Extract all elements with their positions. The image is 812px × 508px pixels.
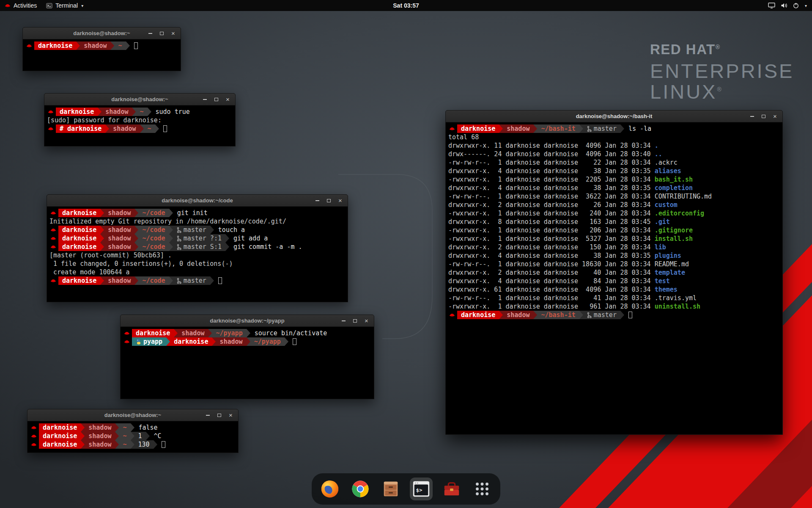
prompt-segment-host: shadow xyxy=(104,243,134,251)
ls-fields: drwxrwxr-x. 4 darknoise darknoise 84 Jan… xyxy=(448,277,655,285)
prompt-segment-host: shadow xyxy=(216,337,246,346)
ls-filename: themes xyxy=(655,286,678,293)
titlebar[interactable]: darknoise@shadow:~/code× xyxy=(47,195,348,207)
terminal-window-term-3[interactable]: darknoise@shadow:~/code×darknoiseshadow~… xyxy=(47,194,348,302)
command-text: sudo true xyxy=(156,108,190,116)
titlebar[interactable]: darknoise@shadow:~/bash-it× xyxy=(446,110,782,122)
terminal-output: [master (root-commit) 50bcb63] . xyxy=(49,251,172,259)
chevron-down-icon: ▾ xyxy=(805,3,807,8)
powerline-arrow-icon xyxy=(620,124,624,133)
maximize-button[interactable] xyxy=(352,318,358,324)
terminal-line: -rw-rw-r--. 1 darknoise darknoise 18630 … xyxy=(448,260,780,268)
command-text: git init xyxy=(177,209,208,217)
minimize-button[interactable] xyxy=(202,96,208,102)
prompt-segment-host: shadow xyxy=(85,423,115,432)
minimize-button[interactable] xyxy=(205,412,211,418)
terminal-output: 1 file changed, 0 insertions(+), 0 delet… xyxy=(49,260,233,268)
dock-files-icon[interactable] xyxy=(379,478,402,500)
prompt-segment-path: ~ xyxy=(119,440,130,449)
terminal-content[interactable]: darknoiseshadow~/bash-itmasterls -latota… xyxy=(446,122,782,434)
minimize-button[interactable] xyxy=(314,197,321,204)
terminal-line: darknoiseshadow~/pyappsource bin/activat… xyxy=(123,329,371,337)
system-status-area[interactable]: ▾ xyxy=(763,0,812,11)
dock-toolbox-icon[interactable] xyxy=(440,478,463,500)
powerline-arrow-icon xyxy=(225,243,229,251)
dock-show-applications-icon[interactable] xyxy=(471,478,494,500)
maximize-button[interactable] xyxy=(159,30,165,36)
prompt-segment-path: ~/code xyxy=(138,276,169,285)
titlebar[interactable]: darknoise@shadow:~× xyxy=(44,94,235,105)
maximize-icon xyxy=(214,98,218,101)
terminal-line: 1 file changed, 0 insertions(+), 0 delet… xyxy=(49,260,345,268)
dock-terminal-icon[interactable]: $> xyxy=(410,478,433,500)
dock-firefox-icon[interactable] xyxy=(318,478,341,500)
ls-filename: template xyxy=(655,269,685,276)
titlebar[interactable]: darknoise@shadow:~× xyxy=(23,28,181,39)
powerline-arrow-icon xyxy=(134,226,138,234)
ls-fields: -rwxrwxr-x. 1 darknoise darknoise 206 Ja… xyxy=(448,226,655,234)
titlebar[interactable]: darknoise@shadow:~/pyapp× xyxy=(121,315,374,327)
prompt-segment-host: shadow xyxy=(503,124,533,133)
minimize-button[interactable] xyxy=(147,30,154,36)
desktop[interactable]: RED HAT® ENTERPRISE LINUX® darknoise@sha… xyxy=(0,0,812,508)
minimize-icon xyxy=(206,415,210,416)
terminal-line: -rwxrwxr-x. 1 darknoise darknoise 240 Ja… xyxy=(448,209,780,218)
terminal-content[interactable]: darknoiseshadow~/codegit initInitialized… xyxy=(47,207,348,302)
terminal-output: create mode 100644 a xyxy=(49,268,130,276)
powerline-arrow-icon xyxy=(81,423,85,432)
terminal-window-term-1[interactable]: darknoise@shadow:~×darknoiseshadow~ xyxy=(22,27,181,71)
prompt-segment-path: ~/code xyxy=(138,209,169,217)
dock-chrome-icon[interactable] xyxy=(349,478,372,500)
window-controls: × xyxy=(314,197,348,204)
minimize-button[interactable] xyxy=(749,113,755,119)
close-button[interactable]: × xyxy=(363,318,370,324)
terminal-cursor xyxy=(628,312,632,318)
terminal-window-term-2[interactable]: darknoise@shadow:~×darknoiseshadow~sudo … xyxy=(44,93,236,146)
prompt-segment-path: ~ xyxy=(114,41,126,50)
window-controls: × xyxy=(340,318,374,324)
app-menu-terminal[interactable]: Terminal ▾ xyxy=(41,0,88,11)
ls-filename: CONTRIBUTING.md xyxy=(655,193,712,200)
ls-filename: install.sh xyxy=(655,235,693,243)
ls-fields: drwxrwxr-x. 2 darknoise darknoise 26 Jan… xyxy=(448,201,655,209)
close-button[interactable]: × xyxy=(225,96,231,102)
powerline-arrow-icon xyxy=(126,41,130,50)
terminal-window-term-4[interactable]: darknoise@shadow:~/pyapp×darknoiseshadow… xyxy=(120,315,374,399)
activities-button[interactable]: Activities xyxy=(0,0,41,11)
titlebar[interactable]: darknoise@shadow:~× xyxy=(27,409,238,421)
maximize-button[interactable] xyxy=(326,197,332,204)
terminal-line: drwxrwxr-x. 2 darknoise darknoise 26 Jan… xyxy=(448,201,780,209)
powerline-arrow-icon xyxy=(98,108,102,116)
terminal-window-term-6[interactable]: darknoise@shadow:~/bash-it×darknoiseshad… xyxy=(445,110,783,435)
terminal-content[interactable]: darknoiseshadow~falsedarknoiseshadow~1^C… xyxy=(27,421,238,453)
close-button[interactable]: × xyxy=(170,30,176,36)
redhat-icon xyxy=(25,43,34,49)
powerline-arrow-icon xyxy=(210,276,214,285)
terminal-line: darknoiseshadow~/codemaster xyxy=(49,276,345,285)
terminal-content[interactable]: darknoiseshadow~ xyxy=(23,39,181,71)
maximize-button[interactable] xyxy=(760,113,767,119)
prompt-segment-path: ~/code xyxy=(138,226,169,234)
terminal-window-term-5[interactable]: darknoise@shadow:~×darknoiseshadow~false… xyxy=(27,409,239,453)
clock[interactable]: Sat 03:57 xyxy=(393,2,419,9)
terminal-line: darknoiseshadow~false xyxy=(30,423,236,432)
close-button[interactable]: × xyxy=(772,113,778,119)
minimize-button[interactable] xyxy=(340,318,347,324)
powerline-arrow-icon xyxy=(132,108,136,116)
prompt-segment-user: darknoise xyxy=(58,209,100,217)
close-button[interactable]: × xyxy=(228,412,234,418)
close-button[interactable]: × xyxy=(337,197,343,204)
prompt-segment-git: master xyxy=(173,276,210,285)
ls-fields: -rw-rw-r--. 1 darknoise darknoise 3622 J… xyxy=(448,193,655,200)
terminal-content[interactable]: darknoiseshadow~sudo true[sudo] password… xyxy=(44,105,235,146)
prompt-segment-host: shadow xyxy=(104,209,134,217)
maximize-button[interactable] xyxy=(213,96,219,102)
ls-fields: drwxrwxr-x. 4 darknoise darknoise 38 Jan… xyxy=(448,252,655,260)
branch-icon xyxy=(587,312,592,318)
redhat-icon xyxy=(30,425,39,431)
prompt-segment-host: shadow xyxy=(503,311,533,319)
maximize-button[interactable] xyxy=(216,412,222,418)
terminal-line: drwxrwxr-x. 4 darknoise darknoise 84 Jan… xyxy=(448,277,780,285)
redhat-icon xyxy=(47,109,56,115)
terminal-content[interactable]: darknoiseshadow~/pyappsource bin/activat… xyxy=(121,327,374,399)
